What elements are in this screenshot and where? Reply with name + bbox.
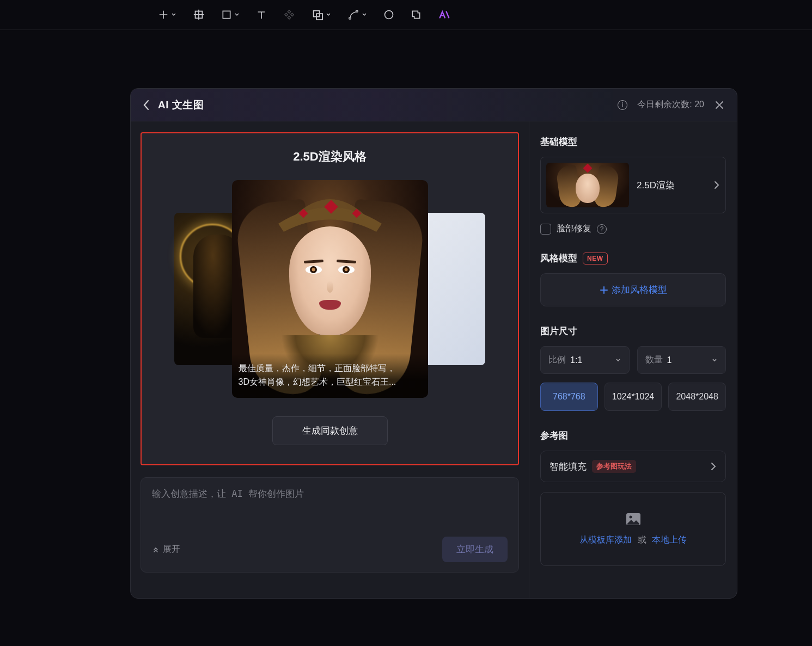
chevron-right-icon	[710, 462, 717, 471]
tool-crop[interactable]	[193, 9, 205, 21]
back-icon[interactable]	[143, 99, 150, 111]
tool-arrange[interactable]	[283, 9, 295, 21]
tool-slice[interactable]	[411, 9, 422, 20]
local-upload-link[interactable]: 本地上传	[652, 535, 687, 544]
smart-fill-row[interactable]: 智能填充 参考图玩法	[540, 451, 726, 482]
section-image-size: 图片尺寸	[540, 325, 726, 337]
ratio-select[interactable]: 比例 1:1	[540, 346, 630, 374]
section-reference-image: 参考图	[540, 429, 726, 442]
tool-ai[interactable]	[438, 9, 450, 21]
model-name: 2.5D渲染	[637, 179, 706, 192]
count-select[interactable]: 数量 1	[637, 346, 726, 374]
preview-image-stack: 最佳质量，杰作，细节，正面脸部特写， 3D女神肖像，幻想艺术，巨型红宝石王...	[152, 180, 507, 403]
tool-pen[interactable]	[347, 9, 367, 21]
expand-toggle[interactable]: 展开	[152, 544, 180, 555]
top-toolbar	[0, 0, 812, 30]
size-1024[interactable]: 1024*1024	[605, 383, 662, 411]
reference-badge: 参考图玩法	[592, 460, 636, 473]
prompt-box: 展开 立即生成	[141, 477, 519, 573]
info-icon: i	[618, 100, 627, 110]
chevron-down-icon	[615, 357, 621, 364]
prompt-input[interactable]	[152, 488, 508, 537]
new-badge: NEW	[583, 253, 608, 264]
generate-same-style-button[interactable]: 生成同款创意	[272, 416, 388, 445]
section-base-model: 基础模型	[540, 136, 726, 148]
quota-text: 今日剩余次数: 20	[637, 99, 704, 110]
svg-point-4	[349, 17, 351, 20]
svg-rect-1	[223, 11, 230, 18]
preview-center-image: 最佳质量，杰作，细节，正面脸部特写， 3D女神肖像，幻想艺术，巨型红宝石王...	[232, 180, 428, 398]
size-2048[interactable]: 2048*2048	[668, 383, 726, 411]
generate-button[interactable]: 立即生成	[442, 537, 508, 562]
tool-shape[interactable]	[221, 9, 240, 20]
base-model-select[interactable]: 2.5D渲染	[540, 157, 726, 213]
panel-header: AI 文生图 i 今日剩余次数: 20	[131, 89, 737, 121]
panel-title: AI 文生图	[158, 98, 204, 112]
tool-add[interactable]	[158, 9, 176, 20]
tool-text[interactable]	[256, 9, 267, 20]
chevron-right-icon	[713, 180, 720, 190]
add-style-model-button[interactable]: 添加风格模型	[540, 273, 726, 306]
style-preview-card: 2.5D渲染风格	[141, 132, 519, 465]
section-style-model: 风格模型 NEW	[540, 252, 726, 264]
help-icon[interactable]: ?	[597, 224, 607, 234]
tool-combine[interactable]	[312, 9, 331, 21]
style-title: 2.5D渲染风格	[293, 149, 366, 165]
svg-point-11	[629, 515, 632, 518]
size-768[interactable]: 768*768	[540, 383, 598, 411]
tool-circle[interactable]	[383, 9, 394, 20]
reference-upload-area[interactable]: 从模板库添加 或 本地上传	[540, 492, 726, 566]
model-thumbnail	[546, 163, 629, 207]
close-icon[interactable]	[714, 100, 725, 110]
upload-text: 从模板库添加 或 本地上传	[579, 534, 687, 546]
image-placeholder-icon	[626, 513, 641, 528]
from-template-link[interactable]: 从模板库添加	[579, 535, 632, 544]
chevron-down-icon	[711, 357, 718, 364]
ai-text-to-image-panel: AI 文生图 i 今日剩余次数: 20 2.5D渲染风格	[130, 88, 737, 599]
size-options: 768*768 1024*1024 2048*2048	[540, 383, 726, 411]
svg-point-6	[385, 11, 393, 19]
checkbox-icon	[540, 224, 551, 235]
preview-caption: 最佳质量，杰作，细节，正面脸部特写， 3D女神肖像，幻想艺术，巨型红宝石王...	[232, 354, 428, 398]
face-fix-checkbox[interactable]: 脸部修复 ?	[540, 223, 726, 235]
